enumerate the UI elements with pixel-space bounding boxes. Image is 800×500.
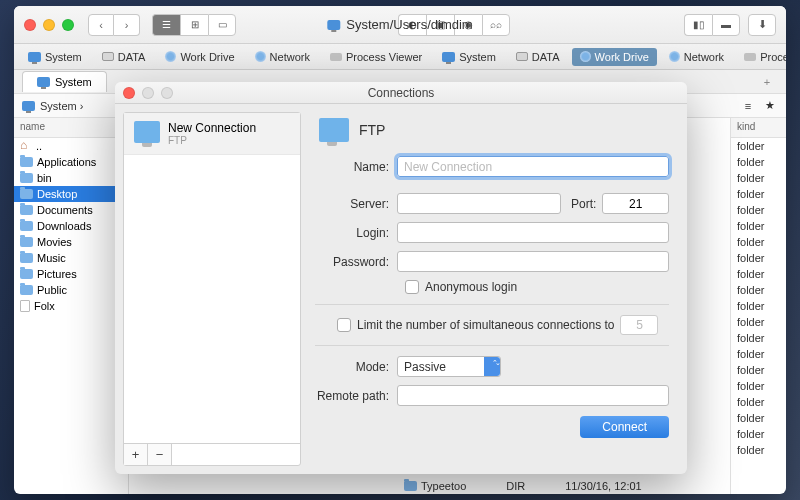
file-row[interactable]: Movies [14, 234, 128, 250]
file-row[interactable]: Public [14, 282, 128, 298]
connection-type: FTP [168, 135, 256, 146]
col-header-kind[interactable]: kind [731, 118, 786, 138]
location-tab[interactable]: System [434, 48, 504, 66]
minimize-icon[interactable] [43, 19, 55, 31]
window-controls [24, 19, 74, 31]
folder-icon [20, 205, 33, 215]
kind-cell: folder [731, 314, 786, 330]
file-row[interactable]: Applications [14, 154, 128, 170]
view-mode-segment: ☰ ⊞ ▭ [152, 14, 236, 36]
location-tab[interactable]: Process Viewer [736, 48, 786, 66]
label-anonymous: Anonymous login [425, 280, 517, 294]
file-row[interactable]: Music [14, 250, 128, 266]
view-gallery-button[interactable]: ▭ [208, 14, 236, 36]
file-row[interactable]: Folx [14, 298, 128, 314]
file-row[interactable]: Pictures [14, 266, 128, 282]
close-icon[interactable] [24, 19, 36, 31]
hamburger-icon[interactable]: ≡ [740, 99, 756, 113]
connections-modal: Connections New Connection FTP + − FTP N [115, 82, 687, 474]
file-row[interactable]: Desktop [14, 186, 128, 202]
kind-cell: folder [731, 186, 786, 202]
anonymous-checkbox[interactable] [405, 280, 419, 294]
location-tab[interactable]: System [20, 48, 90, 66]
nav-arrows: ‹ › [88, 14, 140, 36]
connection-item[interactable]: New Connection FTP [124, 113, 300, 155]
port-input[interactable] [602, 193, 669, 214]
ftp-icon [319, 118, 349, 142]
net-icon [255, 51, 266, 62]
modal-close-icon[interactable] [123, 87, 135, 99]
kind-cell: folder [731, 298, 786, 314]
limit-checkbox[interactable] [337, 318, 351, 332]
path-text: System › [40, 100, 83, 112]
label-remote: Remote path: [315, 389, 397, 403]
toolbar-right: ▮▯ ▬ ⬇ [672, 14, 776, 36]
pane-left-button[interactable]: ▮▯ [684, 14, 712, 36]
drive-icon [102, 52, 114, 61]
folder-icon [20, 237, 33, 247]
back-button[interactable]: ‹ [88, 14, 114, 36]
server-input[interactable] [397, 193, 561, 214]
password-input[interactable] [397, 251, 669, 272]
view-icons-button[interactable]: ⊞ [180, 14, 208, 36]
mode-select[interactable]: Passive [397, 356, 501, 377]
tab-system[interactable]: System [22, 71, 107, 92]
folder-icon [20, 269, 33, 279]
remove-connection-button[interactable]: − [148, 444, 172, 465]
label-name: Name: [315, 160, 397, 174]
connect-button[interactable]: Connect [580, 416, 669, 438]
monitor-icon [37, 77, 50, 87]
location-tab[interactable]: Network [661, 48, 732, 66]
folder-icon [20, 253, 33, 263]
folder-icon [20, 285, 33, 295]
label-mode: Mode: [315, 360, 397, 374]
label-login: Login: [315, 226, 397, 240]
download-button[interactable]: ⬇ [748, 14, 776, 36]
kind-cell: folder [731, 170, 786, 186]
net-icon [669, 51, 680, 62]
forward-button[interactable]: › [114, 14, 140, 36]
kind-cell: folder [731, 394, 786, 410]
monitor-icon [442, 52, 455, 62]
connections-list: New Connection FTP + − [123, 112, 301, 466]
left-column: name ..ApplicationsbinDesktopDocumentsDo… [14, 118, 129, 494]
add-connection-button[interactable]: + [124, 444, 148, 465]
col-header-name[interactable]: name [14, 118, 128, 138]
file-row[interactable]: Downloads [14, 218, 128, 234]
location-tab[interactable]: DATA [94, 48, 154, 66]
new-tab-button[interactable]: + [756, 76, 778, 88]
bottom-row: Typeetoo DIR 11/30/16, 12:01 [404, 480, 642, 492]
search-button[interactable]: ⌕⌕ [482, 14, 510, 36]
location-tab[interactable]: DATA [508, 48, 568, 66]
file-row[interactable]: Documents [14, 202, 128, 218]
kind-cell: folder [731, 234, 786, 250]
bottom-kind: DIR [506, 480, 525, 492]
location-tab[interactable]: Network [247, 48, 318, 66]
file-row[interactable]: .. [14, 138, 128, 154]
label-password: Password: [315, 255, 397, 269]
remote-path-input[interactable] [397, 385, 669, 406]
location-tabbar: SystemDATAWork DriveNetworkProcess Viewe… [14, 44, 786, 70]
location-tab[interactable]: Work Drive [572, 48, 657, 66]
file-row[interactable]: bin [14, 170, 128, 186]
proc-icon [744, 53, 756, 61]
kind-cell: folder [731, 218, 786, 234]
folder-icon [20, 221, 33, 231]
file-icon [20, 300, 30, 312]
name-input[interactable] [397, 156, 669, 177]
connection-name: New Connection [168, 121, 256, 135]
bottom-file: Typeetoo [421, 480, 466, 492]
zoom-icon[interactable] [62, 19, 74, 31]
star-icon[interactable]: ★ [762, 99, 778, 113]
form-header: FTP [359, 122, 385, 138]
kind-cell: folder [731, 154, 786, 170]
location-tab[interactable]: Process Viewer [322, 48, 430, 66]
location-tab[interactable]: Work Drive [157, 48, 242, 66]
monitor-icon [28, 52, 41, 62]
pane-dual-button[interactable]: ▬ [712, 14, 740, 36]
file-list: ..ApplicationsbinDesktopDocumentsDownloa… [14, 138, 128, 314]
net-icon [165, 51, 176, 62]
limit-input[interactable] [620, 315, 658, 335]
view-list-button[interactable]: ☰ [152, 14, 180, 36]
login-input[interactable] [397, 222, 669, 243]
